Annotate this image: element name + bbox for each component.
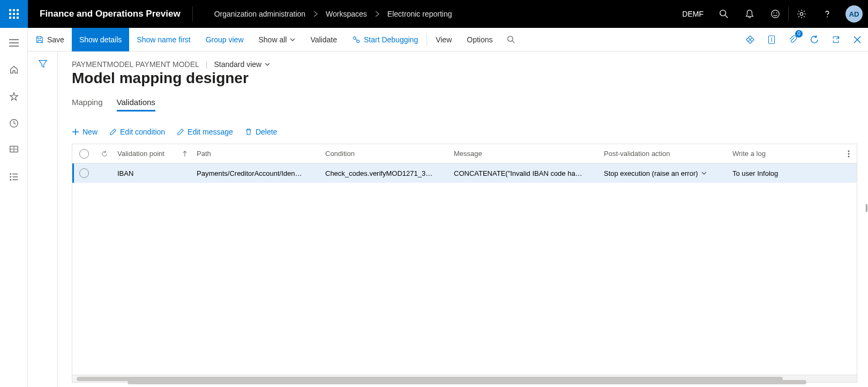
cell-validation-point[interactable]: IBAN <box>113 169 177 177</box>
view-label: View <box>436 35 452 44</box>
clock-icon <box>9 118 19 128</box>
show-details-button[interactable]: Show details <box>72 28 129 51</box>
col-validation-point[interactable]: Validation point <box>113 150 177 158</box>
page-horizontal-scrollbar[interactable] <box>58 379 868 385</box>
actionbar-search-button[interactable] <box>500 28 522 51</box>
help-button[interactable] <box>814 0 840 28</box>
trash-icon <box>245 128 252 136</box>
row-select-checkbox[interactable] <box>72 168 96 178</box>
options-menu[interactable]: Options <box>459 28 500 51</box>
gear-icon <box>797 9 806 19</box>
save-button[interactable]: Save <box>28 28 72 51</box>
scrollbar-thumb[interactable] <box>128 380 806 384</box>
cell-post-validation-action[interactable]: Stop execution (raise an error) <box>600 169 728 177</box>
cell-write-a-log[interactable]: To user Infolog <box>728 169 841 177</box>
actionbar-page-button[interactable] <box>761 28 782 51</box>
delete-label: Delete <box>256 128 277 136</box>
col-message[interactable]: Message <box>450 150 600 158</box>
user-avatar[interactable]: AD <box>845 5 863 23</box>
actionbar-refresh-button[interactable] <box>804 28 825 51</box>
svg-rect-4 <box>13 13 15 15</box>
svg-rect-1 <box>13 9 15 11</box>
close-icon <box>854 36 861 43</box>
filter-icon <box>38 59 48 69</box>
topbar: Finance and Operations Preview Organizat… <box>0 0 868 28</box>
validate-label: Validate <box>310 35 337 44</box>
tab-mapping[interactable]: Mapping <box>72 98 103 111</box>
cell-path[interactable]: Payments/CreditorAccount/Iden… <box>192 169 321 177</box>
cell-message[interactable]: CONCATENATE("Invalid IBAN code ha… <box>450 169 600 177</box>
new-label: New <box>83 128 98 136</box>
start-debugging-button[interactable]: Start Debugging <box>345 28 425 51</box>
tab-validations[interactable]: Validations <box>117 98 155 111</box>
recent-button[interactable] <box>8 117 20 130</box>
refresh-icon <box>101 150 108 158</box>
edit-condition-button[interactable]: Edit condition <box>109 128 165 136</box>
col-post-validation-action[interactable]: Post-validation action <box>600 150 728 158</box>
col-path[interactable]: Path <box>192 150 321 158</box>
select-all-checkbox[interactable] <box>72 149 96 159</box>
question-icon <box>822 9 832 19</box>
search-button[interactable] <box>711 0 737 28</box>
filter-button[interactable] <box>38 59 48 387</box>
chevron-down-icon <box>701 170 707 176</box>
hamburger-button[interactable] <box>8 36 20 49</box>
app-launcher-button[interactable] <box>0 0 28 28</box>
actionbar-diamond-button[interactable] <box>739 28 761 51</box>
breadcrumb: Organization administration Workspaces E… <box>193 10 452 18</box>
page-icon <box>767 35 776 44</box>
actionbar-close-button[interactable] <box>847 28 868 51</box>
table-row[interactable]: IBAN Payments/CreditorAccount/Iden… Chec… <box>72 163 857 183</box>
breadcrumb-item[interactable]: Electronic reporting <box>387 10 452 18</box>
content-area: PAYMENTMODEL PAYMENT MODEL | Standard vi… <box>58 51 868 387</box>
options-label: Options <box>467 35 492 44</box>
svg-point-40 <box>848 150 850 152</box>
actionbar-popout-button[interactable] <box>825 28 847 51</box>
attachment-count-badge: 0 <box>795 30 803 38</box>
cell-condition[interactable]: Check_codes.verifyMOD1271_3… <box>321 169 450 177</box>
view-menu[interactable]: View <box>428 28 459 51</box>
grid-column-options[interactable] <box>841 150 857 158</box>
divider: | <box>206 60 208 69</box>
actionbar-attachments-button[interactable]: 0 <box>782 28 804 51</box>
settings-button[interactable] <box>789 0 814 28</box>
cell-pva-value: Stop execution (raise an error) <box>604 169 698 177</box>
edit-message-label: Edit message <box>188 128 233 136</box>
show-all-dropdown[interactable]: Show all <box>251 28 303 51</box>
save-icon <box>35 35 44 44</box>
validations-grid: Validation point Path Condition Message … <box>72 144 857 383</box>
side-panel-grip[interactable]: || <box>865 203 867 212</box>
delete-button[interactable]: Delete <box>245 128 277 136</box>
modules-button[interactable] <box>8 170 20 183</box>
svg-rect-7 <box>13 17 15 19</box>
new-button[interactable]: New <box>72 128 98 136</box>
grid-refresh-button[interactable] <box>96 150 113 158</box>
company-picker[interactable]: DEMF <box>675 10 711 18</box>
chevron-down-icon <box>290 37 295 42</box>
col-write-a-log[interactable]: Write a log <box>728 150 841 158</box>
start-debugging-label: Start Debugging <box>364 35 418 44</box>
notifications-button[interactable] <box>737 0 762 28</box>
sort-indicator[interactable] <box>177 151 192 157</box>
home-button[interactable] <box>8 63 20 76</box>
show-all-label: Show all <box>259 35 287 44</box>
view-label: Standard view <box>214 60 261 69</box>
debug-icon <box>352 35 361 44</box>
more-vertical-icon <box>848 150 850 158</box>
breadcrumb-item[interactable]: Organization administration <box>214 10 305 18</box>
breadcrumb-item[interactable]: Workspaces <box>326 10 367 18</box>
plus-icon <box>72 128 79 136</box>
validate-button[interactable]: Validate <box>303 28 345 51</box>
feedback-button[interactable] <box>762 0 788 28</box>
edit-message-button[interactable]: Edit message <box>177 128 233 136</box>
model-path-label: PAYMENTMODEL PAYMENT MODEL <box>72 60 199 69</box>
group-view-button[interactable]: Group view <box>198 28 251 51</box>
workspaces-button[interactable] <box>8 144 20 157</box>
waffle-icon <box>9 9 19 19</box>
svg-line-31 <box>355 39 357 40</box>
col-condition[interactable]: Condition <box>321 150 450 158</box>
view-selector[interactable]: Standard view <box>214 60 270 69</box>
show-name-first-button[interactable]: Show name first <box>129 28 198 51</box>
diamond-icon <box>745 35 755 44</box>
favorites-button[interactable] <box>8 90 20 103</box>
